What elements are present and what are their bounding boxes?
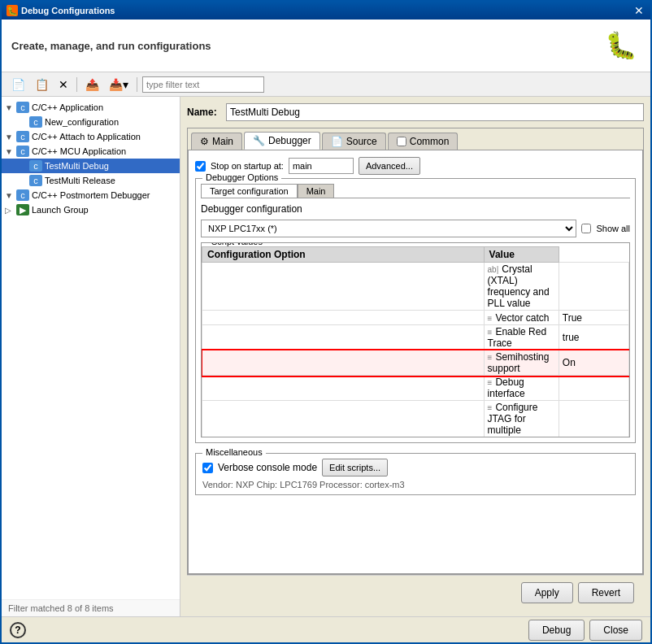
table-row[interactable]: ≡Semihosting supportOn [202,350,629,376]
duplicate-button[interactable]: 📋 [32,76,52,94]
import-button[interactable]: 📥▾ [106,76,132,94]
expand-icon: ▼ [5,103,16,112]
new-config-button[interactable]: 📄 [8,76,28,94]
tree-label-launch-group: Launch Group [32,205,89,215]
main-tab-icon: ⚙ [200,136,209,147]
col-header-option: Configuration Option [202,247,485,263]
toolbar-separator [76,77,77,92]
toolbar: 📄 📋 ✕ 📤 📥▾ [2,72,650,97]
revert-button[interactable]: Revert [578,582,634,603]
show-all-checkbox[interactable] [581,224,591,233]
row-value [559,263,628,311]
row-icon [202,263,485,311]
apply-button[interactable]: Apply [521,582,573,603]
row-option[interactable]: ≡Configure JTAG for multiple devices [484,401,559,437]
row-option[interactable]: ≡Debug interface [484,376,559,401]
left-panel: ▼ c C/C++ Application c New_configuratio… [2,97,180,616]
tab-common[interactable]: Common [388,133,459,150]
expand-icon-7: ▼ [5,191,16,200]
stop-on-startup-checkbox[interactable] [195,161,206,172]
testmulti-debug-icon: c [29,160,42,172]
common-tab-checkbox[interactable] [397,137,406,146]
debugger-options-label: Debugger Options [202,172,281,182]
filter-status: Filter matched 8 of 8 items [2,599,180,616]
tree-item-testmulti-release[interactable]: c TestMulti Release [2,173,180,188]
header-title: Create, manage, and run configurations [11,40,211,52]
tree-item-launch-group[interactable]: ▷ ▶ Launch Group [2,202,180,217]
debugger-config-row: Debugger configuration [201,203,630,215]
tab-bar: ⚙ Main 🔧 Debugger 📄 Source Common [188,128,643,150]
expand-icon-8: ▷ [5,206,16,215]
title-bar-left: Debug Configurations [7,5,115,16]
tree-item-attach[interactable]: ▼ c C/C++ Attach to Application [2,129,180,144]
edit-scripts-button[interactable]: Edit scripts... [322,459,388,476]
tree-label-testmulti-release: TestMulti Release [45,176,115,185]
tree-area: ▼ c C/C++ Application c New_configuratio… [2,97,180,599]
postmortem-icon: c [16,189,29,201]
tab-content-debugger: Stop on startup at: Advanced... Debugger… [188,150,643,574]
table-row[interactable]: ab|Crystal (XTAL) frequency and PLL valu… [202,263,629,311]
verbose-label: Verbose console mode [218,462,317,473]
name-input[interactable] [226,103,644,121]
tabs-panel: ⚙ Main 🔧 Debugger 📄 Source Common [187,128,644,575]
debug-button[interactable]: Debug [528,620,585,641]
row-option[interactable]: ≡Vector catch [484,311,559,325]
source-tab-label: Source [346,136,377,147]
expand-icon-3: ▼ [5,133,16,141]
tree-item-mcu[interactable]: ▼ c C/C++ MCU Application [2,144,180,159]
tab-debugger[interactable]: 🔧 Debugger [244,132,320,150]
tab-source[interactable]: 📄 Source [322,133,386,150]
filter-input[interactable] [142,76,264,93]
script-values-table: Configuration Option Value ab|Crystal (X… [202,246,629,437]
name-row: Name: [187,103,644,121]
inner-tab-main[interactable]: Main [298,184,335,198]
script-values-table-container: Configuration Option Value ab|Crystal (X… [202,246,629,437]
close-button[interactable]: Close [589,620,642,641]
source-tab-icon: 📄 [331,136,343,147]
tree-item-new-config[interactable]: c New_configuration [2,115,180,129]
export-button[interactable]: 📤 [82,76,102,94]
launch-group-icon: ▶ [16,204,29,215]
row-option[interactable]: ≡Enable Red Trace [484,325,559,350]
attach-icon: c [16,131,29,142]
debugger-tab-label: Debugger [268,135,311,146]
table-row[interactable]: ≡Vector catchTrue [202,311,629,325]
row-value [559,376,628,401]
mcu-icon: c [16,146,29,157]
stop-on-startup-label: Stop on startup at: [211,161,284,171]
help-icon[interactable]: ? [10,622,26,638]
row-option[interactable]: ab|Crystal (XTAL) frequency and PLL valu… [484,263,559,311]
row-icon [202,376,485,401]
table-row[interactable]: ≡Debug interface [202,376,629,401]
inner-tab-target[interactable]: Target configuration [201,184,298,198]
debugger-tab-icon: 🔧 [253,135,265,146]
tree-label-new-config: New_configuration [45,117,119,127]
table-row[interactable]: ≡Enable Red Tracetrue [202,325,629,350]
advanced-button[interactable]: Advanced... [359,157,420,175]
tree-item-testmulti-debug[interactable]: c TestMulti Debug [2,159,180,173]
tree-item-postmortem[interactable]: ▼ c C/C++ Postmortem Debugger [2,188,180,202]
debugger-dropdown[interactable]: NXP LPC17xx (*) [201,220,576,237]
col-header-value: Value [484,247,559,263]
table-row[interactable]: ≡Configure JTAG for multiple devices [202,401,629,437]
close-window-button[interactable]: ✕ [632,4,645,17]
common-tab-label: Common [410,136,450,147]
row-icon [202,311,485,325]
testmulti-release-icon: c [29,175,42,186]
debug-configurations-window: Debug Configurations ✕ Create, manage, a… [0,0,652,644]
row-icon [202,350,485,376]
show-all-label: Show all [596,224,630,233]
delete-button[interactable]: ✕ [55,76,72,94]
tab-main[interactable]: ⚙ Main [191,133,242,150]
miscellaneous-section: Miscellaneous Verbose console mode Edit … [195,453,636,495]
verbose-checkbox[interactable] [202,463,213,473]
right-panel: Name: ⚙ Main 🔧 Debugger 📄 Sourc [180,97,650,616]
name-label: Name: [187,107,220,118]
script-values-label: Script values [208,242,266,246]
stop-at-input[interactable] [289,158,354,174]
new-config-icon: c [29,116,42,128]
vendor-info: Vendor: NXP Chip: LPC1769 Processor: cor… [202,480,628,490]
tree-item-cpp-app[interactable]: ▼ c C/C++ Application [2,100,180,115]
row-value: true [559,325,628,350]
row-option[interactable]: ≡Semihosting support [484,350,559,376]
